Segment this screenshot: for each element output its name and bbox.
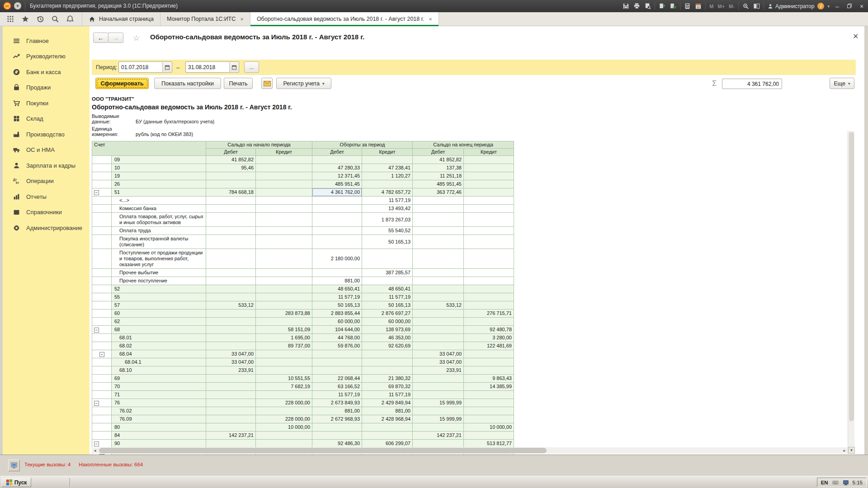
account-cell[interactable]: 57 bbox=[112, 301, 206, 310]
collapse-toggle-icon[interactable]: − bbox=[99, 352, 104, 357]
split-view-icon[interactable] bbox=[753, 2, 760, 10]
amount-cell[interactable] bbox=[256, 213, 312, 227]
scrollbar-thumb[interactable] bbox=[849, 132, 854, 421]
account-cell[interactable]: 68.01 bbox=[112, 334, 206, 342]
performance-indicator-button[interactable] bbox=[8, 460, 20, 471]
amount-cell[interactable]: 363 772,46 bbox=[413, 188, 464, 197]
amount-cell[interactable]: 283 873,88 bbox=[256, 310, 312, 318]
amount-cell[interactable]: 50 165,13 bbox=[362, 235, 413, 249]
account-cell[interactable]: 70 bbox=[112, 383, 206, 391]
amount-cell[interactable]: 41 852,82 bbox=[206, 156, 256, 164]
amount-cell[interactable] bbox=[256, 301, 312, 310]
amount-cell[interactable] bbox=[413, 407, 464, 415]
amount-cell[interactable]: 137,38 bbox=[413, 164, 464, 172]
amount-cell[interactable] bbox=[256, 293, 312, 301]
amount-cell[interactable]: 21 380,32 bbox=[362, 375, 413, 383]
sidebar-item-purchases[interactable]: Покупки bbox=[3, 95, 90, 111]
amount-cell[interactable] bbox=[312, 366, 362, 375]
favorites-star-icon[interactable] bbox=[21, 15, 29, 23]
amount-cell[interactable] bbox=[413, 235, 464, 249]
amount-cell[interactable] bbox=[256, 407, 312, 415]
account-cell[interactable]: 26 bbox=[112, 180, 206, 188]
account-cell[interactable]: 68.04.1 bbox=[112, 358, 206, 366]
amount-cell[interactable]: 46 353,00 bbox=[362, 334, 413, 342]
amount-cell[interactable]: 10 000,00 bbox=[464, 423, 514, 432]
memory-button-m[interactable]: M bbox=[709, 4, 714, 9]
amount-cell[interactable]: 4 782 657,72 bbox=[362, 188, 413, 197]
amount-cell[interactable] bbox=[256, 164, 312, 172]
sidebar-item-fixed-assets[interactable]: ОС и НМА bbox=[3, 142, 90, 158]
scroll-down-icon[interactable]: ▼ bbox=[848, 447, 855, 454]
amount-cell[interactable] bbox=[413, 334, 464, 342]
amount-cell[interactable]: 2 876 697,27 bbox=[362, 310, 413, 318]
amount-cell[interactable]: 69 870,32 bbox=[362, 383, 413, 391]
period-to-field[interactable] bbox=[185, 61, 239, 73]
amount-cell[interactable] bbox=[464, 213, 514, 227]
sidebar-item-operations[interactable]: ДтКтОперации bbox=[3, 174, 90, 189]
account-cell[interactable]: 19 bbox=[112, 172, 206, 180]
close-button[interactable]: × bbox=[857, 3, 866, 10]
amount-cell[interactable] bbox=[256, 188, 312, 197]
amount-cell[interactable]: 485 951,45 bbox=[413, 180, 464, 188]
amount-cell[interactable] bbox=[206, 310, 256, 318]
generate-button[interactable]: Сформировать bbox=[95, 78, 149, 89]
account-cell[interactable]: Комиссия банка bbox=[112, 205, 206, 213]
amount-cell[interactable] bbox=[464, 285, 514, 293]
amount-cell[interactable] bbox=[206, 326, 256, 334]
account-cell[interactable]: 68.10 bbox=[112, 366, 206, 375]
amount-cell[interactable] bbox=[206, 399, 256, 407]
current-user[interactable]: Администратор bbox=[767, 3, 815, 9]
amount-cell[interactable] bbox=[256, 277, 312, 285]
amount-cell[interactable] bbox=[464, 197, 514, 205]
amount-cell[interactable]: 104 644,00 bbox=[312, 326, 362, 334]
amount-cell[interactable] bbox=[206, 383, 256, 391]
amount-cell[interactable] bbox=[256, 285, 312, 293]
amount-cell[interactable]: 92 620,69 bbox=[362, 342, 413, 350]
account-cell[interactable]: Прочее поступление bbox=[112, 277, 206, 285]
tab-its-monitor[interactable]: Монитор Портала 1С:ИТС× bbox=[160, 12, 250, 26]
amount-cell[interactable]: 58 151,09 bbox=[256, 326, 312, 334]
amount-cell[interactable]: 47 280,33 bbox=[312, 164, 362, 172]
amount-cell[interactable]: 784 668,18 bbox=[206, 188, 256, 197]
notifications-bell-icon[interactable] bbox=[66, 15, 74, 23]
amount-cell[interactable] bbox=[206, 235, 256, 249]
amount-cell[interactable] bbox=[413, 391, 464, 399]
account-cell[interactable]: 10 bbox=[112, 164, 206, 172]
amount-cell[interactable] bbox=[362, 156, 413, 164]
amount-cell[interactable] bbox=[256, 227, 312, 235]
print-icon[interactable] bbox=[633, 2, 641, 10]
amount-cell[interactable]: 3 280,00 bbox=[464, 334, 514, 342]
amount-cell[interactable] bbox=[464, 293, 514, 301]
amount-cell[interactable]: 92 480,78 bbox=[464, 326, 514, 334]
account-cell[interactable]: Оплата товаров, работ, услуг, сырья и ин… bbox=[112, 213, 206, 227]
amount-cell[interactable]: 63 166,52 bbox=[312, 383, 362, 391]
period-from-input[interactable] bbox=[119, 62, 162, 72]
amount-cell[interactable] bbox=[256, 440, 312, 448]
account-cell[interactable]: 84 bbox=[112, 432, 206, 440]
account-cell[interactable]: 62 bbox=[112, 318, 206, 326]
account-cell[interactable]: 68.02 bbox=[112, 342, 206, 350]
period-options-button[interactable]: ... bbox=[244, 61, 259, 73]
sidebar-item-warehouse[interactable]: Склад bbox=[3, 111, 90, 127]
amount-cell[interactable]: 11 577,19 bbox=[312, 293, 362, 301]
amount-cell[interactable]: 4 361 762,00 bbox=[312, 188, 362, 197]
amount-cell[interactable] bbox=[256, 197, 312, 205]
amount-cell[interactable]: 533,12 bbox=[206, 301, 256, 310]
amount-cell[interactable] bbox=[464, 269, 514, 277]
print-button[interactable]: Печать bbox=[224, 78, 253, 89]
main-menu-button[interactable]: ▼ bbox=[14, 2, 21, 9]
amount-cell[interactable]: 14 385,99 bbox=[464, 383, 514, 391]
amount-cell[interactable] bbox=[256, 156, 312, 164]
amount-cell[interactable]: 122 481,69 bbox=[464, 342, 514, 350]
amount-cell[interactable]: 485 951,45 bbox=[312, 180, 362, 188]
collapse-toggle-icon[interactable]: − bbox=[94, 441, 99, 446]
amount-cell[interactable]: 44 768,00 bbox=[312, 334, 362, 342]
amount-cell[interactable]: 513 812,77 bbox=[464, 440, 514, 448]
amount-cell[interactable] bbox=[362, 432, 413, 440]
amount-cell[interactable]: 11 577,19 bbox=[362, 391, 413, 399]
amount-cell[interactable]: 2 428 968,94 bbox=[362, 415, 413, 423]
sum-value-input[interactable] bbox=[722, 79, 782, 89]
amount-cell[interactable]: 33 047,00 bbox=[413, 350, 464, 358]
calendar-picker-icon[interactable] bbox=[162, 62, 171, 72]
account-cell[interactable]: 51 bbox=[112, 188, 206, 197]
